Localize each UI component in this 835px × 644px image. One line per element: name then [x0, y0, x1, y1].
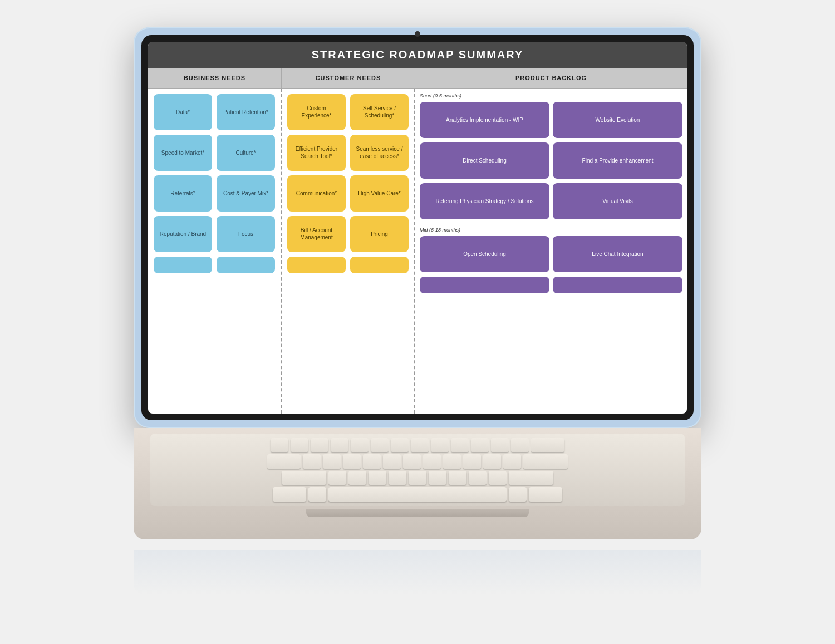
backlog-referring: Referring Physician Strategy / Solutions — [420, 183, 549, 219]
key — [403, 454, 421, 469]
business-card-partial-1 — [154, 257, 212, 273]
key — [523, 454, 568, 469]
key — [331, 438, 348, 453]
roadmap-body: Data* Patient Retention* Speed to Market… — [148, 89, 687, 414]
customer-row-1: Custom Experience* Self Service / Schedu… — [287, 94, 409, 130]
scene: STRATEGIC ROADMAP SUMMARY BUSINESS NEEDS… — [0, 0, 835, 644]
camera — [415, 31, 420, 37]
business-needs-header: BUSINESS NEEDS — [148, 68, 282, 88]
key-row-4 — [155, 487, 680, 502]
keyboard-hinge — [306, 509, 529, 517]
key-row-1 — [155, 438, 680, 453]
customer-card-provider-search: Efficient Provider Search Tool* — [287, 135, 346, 171]
business-row-1: Data* Patient Retention* — [154, 94, 275, 130]
key — [451, 438, 469, 453]
business-card-patient-retention: Patient Retention* — [217, 94, 275, 130]
key — [348, 471, 366, 485]
customer-card-high-value: High Value Care* — [350, 175, 409, 212]
business-card-partial-2 — [217, 257, 275, 273]
mid-backlog-row-1: Open Scheduling Live Chat Integration — [420, 236, 682, 272]
spacebar-key — [328, 487, 507, 502]
key — [463, 454, 481, 469]
key — [271, 438, 288, 453]
key — [503, 454, 521, 469]
key — [429, 471, 446, 485]
keyboard — [134, 428, 701, 539]
business-card-culture: Culture* — [217, 135, 275, 171]
key — [469, 471, 487, 485]
title-bar: STRATEGIC ROADMAP SUMMARY — [148, 42, 687, 68]
key — [282, 471, 326, 485]
key — [267, 454, 301, 469]
key — [371, 438, 389, 453]
customer-card-partial-1 — [287, 257, 346, 273]
key — [311, 438, 328, 453]
tablet-screen: STRATEGIC ROADMAP SUMMARY BUSINESS NEEDS… — [148, 42, 687, 414]
key — [509, 487, 527, 502]
product-backlog-header: PRODUCT BACKLOG — [415, 68, 687, 88]
customer-needs-column: Custom Experience* Self Service / Schedu… — [282, 89, 415, 414]
backlog-partial-2 — [553, 277, 682, 293]
business-row-5 — [154, 257, 275, 273]
key — [351, 438, 369, 453]
tablet-shadow — [134, 550, 701, 595]
backlog-virtual: Virtual Visits — [553, 183, 682, 219]
customer-row-3: Communication* High Value Care* — [287, 175, 409, 212]
backlog-live-chat: Live Chat Integration — [553, 236, 682, 272]
backlog-website: Website Evolution — [553, 102, 682, 138]
key — [389, 471, 406, 485]
key — [363, 454, 381, 469]
roadmap-container: STRATEGIC ROADMAP SUMMARY BUSINESS NEEDS… — [148, 42, 687, 414]
business-card-data: Data* — [154, 94, 212, 130]
key — [291, 438, 308, 453]
key — [409, 471, 426, 485]
short-backlog-row-1: Analytics Implementation - WIP Website E… — [420, 102, 682, 138]
key — [328, 471, 346, 485]
key-row-3 — [155, 471, 680, 485]
key — [383, 454, 401, 469]
customer-row-5 — [287, 257, 409, 273]
mid-backlog-row-2 — [420, 277, 682, 293]
key — [431, 438, 449, 453]
mid-timeline-section: Mid (6-18 months) Open Scheduling Live C… — [420, 227, 682, 298]
key — [273, 487, 306, 502]
business-card-referrals: Referrals* — [154, 175, 212, 212]
backlog-partial-1 — [420, 277, 549, 293]
customer-card-seamless: Seamless service / ease of access* — [350, 135, 409, 171]
key — [443, 454, 461, 469]
customer-card-self-service: Self Service / Scheduling* — [350, 94, 409, 130]
customer-card-custom-exp: Custom Experience* — [287, 94, 346, 130]
key — [369, 471, 386, 485]
key — [491, 438, 509, 453]
key — [509, 471, 553, 485]
business-row-3: Referrals* Cost & Payer Mix* — [154, 175, 275, 212]
key-row-2 — [155, 454, 680, 469]
key — [423, 454, 441, 469]
backlog-analytics: Analytics Implementation - WIP — [420, 102, 549, 138]
backlog-open-scheduling: Open Scheduling — [420, 236, 549, 272]
customer-needs-header: CUSTOMER NEEDS — [282, 68, 415, 88]
short-backlog-row-3: Referring Physician Strategy / Solutions… — [420, 183, 682, 219]
customer-row-2: Efficient Provider Search Tool* Seamless… — [287, 135, 409, 171]
tablet-inner: STRATEGIC ROADMAP SUMMARY BUSINESS NEEDS… — [141, 35, 694, 420]
key — [471, 438, 489, 453]
customer-card-bill: Bill / Account Management — [287, 216, 346, 252]
key — [531, 438, 564, 453]
column-headers: BUSINESS NEEDS CUSTOMER NEEDS PRODUCT BA… — [148, 68, 687, 89]
business-card-cost-payer: Cost & Payer Mix* — [217, 175, 275, 212]
key — [489, 471, 507, 485]
key — [449, 471, 466, 485]
tablet-wrapper: STRATEGIC ROADMAP SUMMARY BUSINESS NEEDS… — [134, 27, 701, 539]
backlog-find-provider: Find a Provide enhancement — [553, 142, 682, 179]
key — [483, 454, 501, 469]
key — [511, 438, 529, 453]
customer-row-4: Bill / Account Management Pricing — [287, 216, 409, 252]
key — [391, 438, 409, 453]
mid-timeline-label: Mid (6-18 months) — [420, 227, 682, 233]
customer-card-partial-2 — [350, 257, 409, 273]
business-card-focus: Focus — [217, 216, 275, 252]
business-card-speed: Speed to Market* — [154, 135, 212, 171]
keyboard-keys — [150, 434, 685, 506]
key — [529, 487, 562, 502]
short-backlog-row-2: Direct Scheduling Find a Provide enhance… — [420, 142, 682, 179]
